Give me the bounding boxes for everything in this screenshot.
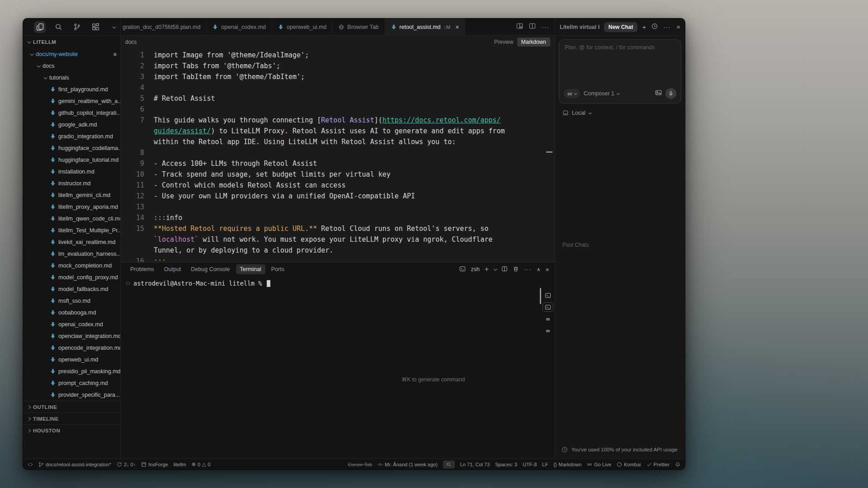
tree-folder-item[interactable]: docs	[23, 60, 120, 72]
sidebar-section[interactable]: HOUSTON	[23, 424, 120, 436]
problems-item[interactable]: ⊗ 0 △ 0	[192, 461, 211, 467]
editor-tab[interactable]: Browser Tab	[333, 19, 385, 35]
tree-file-item[interactable]: model_fallbacks.md	[23, 283, 120, 295]
maximize-panel-icon[interactable]: ∧	[537, 267, 540, 272]
terminal-scrollbar[interactable]	[540, 288, 541, 304]
tree-file-item[interactable]: installation.md	[23, 166, 120, 178]
preview-button[interactable]: Preview	[494, 39, 514, 45]
breadcrumb-item[interactable]: docs	[125, 39, 137, 45]
scrollbar-marker[interactable]	[546, 151, 552, 153]
panel-tab-problems[interactable]: Problems	[126, 264, 158, 274]
sidebar-section[interactable]: OUTLINE	[23, 401, 120, 413]
agent-terminal-icon[interactable]: ∞	[542, 314, 553, 324]
tree-file-item[interactable]: huggingface_tutorial.md	[23, 154, 120, 166]
tree-folder-item[interactable]: docs/my-website	[23, 48, 120, 60]
git-sync-item[interactable]: 2↓ 0↑	[117, 462, 136, 467]
kill-terminal-icon[interactable]	[513, 266, 519, 273]
source-control-icon[interactable]	[71, 21, 83, 33]
voice-input-icon[interactable]	[665, 88, 676, 99]
explorer-section-header[interactable]: LITELLM	[23, 36, 120, 48]
tree-file-item[interactable]: mock_completion.md	[23, 260, 120, 272]
notifications-bell-icon[interactable]	[675, 462, 680, 467]
cursor-tab-toggle[interactable]: Cursor Tab	[348, 462, 372, 467]
git-blame-item[interactable]: Mr. Ånand (1 week ago)	[377, 462, 438, 467]
tree-file-item[interactable]: huggingface_codellama...	[23, 142, 120, 154]
kombai-button[interactable]: Kombai	[617, 462, 641, 467]
tree-file-item[interactable]: litellm_gemini_cli.md	[23, 189, 120, 201]
extensions-icon[interactable]	[90, 21, 101, 33]
split-terminal-icon[interactable]	[501, 266, 508, 273]
prettier-button[interactable]: Prettier	[646, 462, 670, 467]
close-tab-icon[interactable]: ×	[455, 24, 459, 30]
git-branch-item[interactable]: docs/retool-assist-integration*	[38, 462, 111, 467]
environment-selector[interactable]: Local	[555, 107, 685, 119]
encoding[interactable]: UTF-8	[523, 462, 537, 467]
tree-folder-item[interactable]: tutorials	[23, 72, 120, 84]
insforge-item[interactable]: InsForge	[141, 462, 168, 467]
panel-tab-output[interactable]: Output	[160, 264, 185, 274]
panel-tab-ports[interactable]: Ports	[267, 264, 288, 274]
project-name[interactable]: litellm	[174, 462, 186, 467]
tree-file-item[interactable]: gradio_integration.md	[23, 131, 120, 142]
terminal-instance-icon[interactable]	[542, 291, 553, 300]
tree-file-item[interactable]: first_playground.md	[23, 84, 120, 95]
chat-more-icon[interactable]: ···	[663, 23, 671, 31]
editor-tab[interactable]: gration_doc_d075fd58.plan.md	[121, 19, 207, 35]
language-mode[interactable]: {} Markdown	[553, 462, 581, 467]
tree-file-item[interactable]: gemini_realtime_with_a...	[23, 95, 120, 107]
editor-tab[interactable]: openai_codex.md	[207, 19, 272, 35]
go-live-button[interactable]: Go Live	[587, 462, 611, 467]
add-chat-icon[interactable]: +	[642, 23, 646, 30]
open-search-editor-icon[interactable]	[516, 23, 523, 31]
tree-file-item[interactable]: prompt_caching.md	[23, 377, 120, 389]
markdown-mode-button[interactable]: Markdown	[517, 38, 550, 47]
tree-file-item[interactable]: presidio_pii_masking.md	[23, 366, 120, 377]
tree-file-item[interactable]: litellm_qwen_code_cli.md	[23, 213, 120, 225]
agent-terminal-icon[interactable]: ∞	[542, 326, 553, 335]
chevron-down-icon[interactable]	[108, 21, 120, 33]
terminal-instance-icon-active[interactable]	[542, 302, 553, 312]
past-chats-label[interactable]: Past Chats	[555, 242, 685, 248]
eol-type[interactable]: LF	[542, 462, 548, 467]
tree-file-item[interactable]: openweb_ui.md	[23, 354, 120, 366]
tree-file-item[interactable]: livekit_xai_realtime.md	[23, 236, 120, 248]
chevron-down-icon[interactable]	[494, 267, 497, 271]
attach-image-icon[interactable]	[655, 89, 662, 98]
agent-mode-pill[interactable]: ∞	[564, 89, 580, 98]
tree-file-item[interactable]: lm_evaluation_harness....	[23, 248, 120, 260]
tree-file-item[interactable]: openai_codex.md	[23, 319, 120, 330]
tree-file-item[interactable]: openclaw_integration.md	[23, 330, 120, 342]
search-icon[interactable]	[52, 21, 64, 33]
close-panel-icon[interactable]: ×	[676, 23, 680, 30]
editor-tab[interactable]: retool_assist.md↓M×	[385, 19, 466, 35]
search-status-button[interactable]	[443, 460, 455, 469]
tree-file-item[interactable]: model_config_proxy.md	[23, 272, 120, 283]
indentation[interactable]: Spaces: 3	[495, 462, 517, 467]
tree-file-item[interactable]: oobabooga.md	[23, 307, 120, 319]
new-chat-button[interactable]: New Chat	[604, 22, 638, 32]
chat-input-card[interactable]: Plan, @ for context, / for commands ∞ Co…	[559, 39, 681, 103]
tree-file-item[interactable]: provider_specific_para...	[23, 389, 120, 401]
tree-file-item[interactable]: msft_sso.md	[23, 295, 120, 307]
code-editor[interactable]: 1import Image from '@theme/IdealImage';2…	[121, 48, 555, 262]
panel-tab-debug-console[interactable]: Debug Console	[187, 264, 234, 274]
tree-file-item[interactable]: github_copilot_integrati...	[23, 107, 120, 119]
remote-indicator[interactable]	[28, 462, 33, 467]
more-actions-icon[interactable]: ···	[542, 23, 549, 31]
model-selector[interactable]: Composer 1	[584, 90, 619, 97]
tree-file-item[interactable]: litellm_Test_Multiple_Pr...	[23, 225, 120, 236]
tree-file-item[interactable]: opencode_integration.md	[23, 342, 120, 354]
panel-more-icon[interactable]: ···	[524, 266, 532, 273]
tree-file-item[interactable]: google_adk.md	[23, 119, 120, 131]
tree-file-item[interactable]: litellm_proxy_aporia.md	[23, 201, 120, 213]
history-clock-icon[interactable]	[651, 23, 658, 31]
close-panel-icon[interactable]: ×	[545, 266, 549, 273]
split-editor-icon[interactable]	[529, 23, 536, 31]
explorer-icon[interactable]	[34, 21, 46, 33]
tree-file-item[interactable]: instructor.md	[23, 178, 120, 189]
terminal-viewport[interactable]: astrodevil@Astro-Mac-mini litellm % ⌘K t…	[121, 276, 555, 459]
shell-label[interactable]: zsh	[471, 266, 479, 272]
cursor-position[interactable]: Ln 71, Col 73	[460, 462, 490, 467]
new-terminal-icon[interactable]: +	[485, 266, 489, 273]
panel-tab-terminal[interactable]: Terminal	[236, 264, 265, 274]
